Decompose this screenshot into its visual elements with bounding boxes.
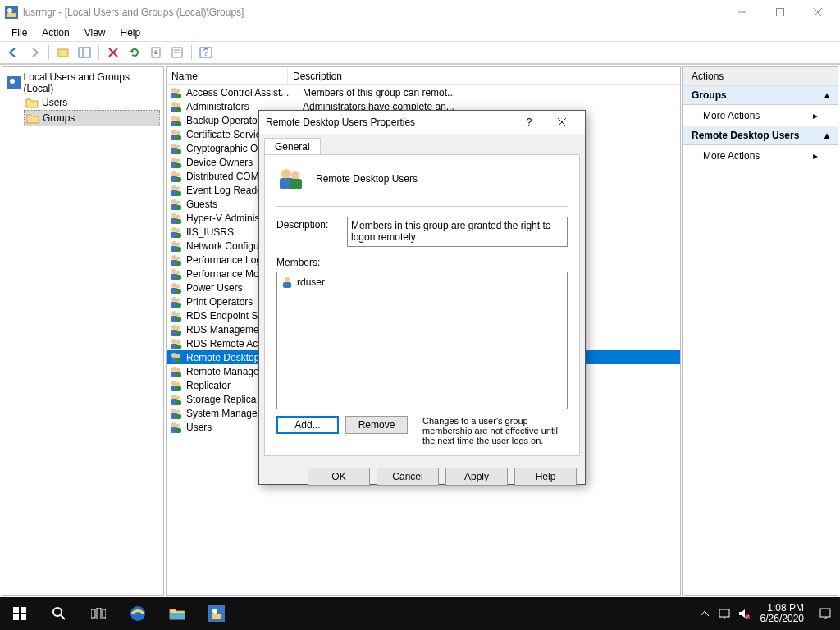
svg-rect-51	[176, 191, 181, 196]
svg-rect-75	[176, 275, 181, 280]
remove-button[interactable]: Remove	[345, 416, 408, 434]
svg-point-84	[171, 311, 176, 316]
member-item[interactable]: rduser	[281, 276, 564, 289]
svg-rect-79	[176, 289, 181, 294]
group-icon	[276, 165, 304, 193]
refresh-button[interactable]	[125, 43, 144, 62]
back-button[interactable]	[3, 43, 23, 62]
apply-button[interactable]: Apply	[445, 468, 508, 486]
svg-point-94	[176, 340, 180, 344]
svg-line-133	[61, 615, 65, 619]
svg-rect-39	[176, 149, 181, 154]
svg-point-114	[176, 409, 180, 413]
taskbar-ie[interactable]	[118, 597, 158, 630]
tab-page-general: Remote Desktop Users Description: Member…	[264, 154, 580, 456]
dialog-help-btn[interactable]: Help	[514, 468, 577, 486]
dialog-close-button[interactable]	[546, 111, 578, 134]
cancel-button[interactable]: Cancel	[377, 468, 439, 486]
svg-rect-129	[21, 607, 26, 613]
svg-rect-136	[103, 609, 106, 618]
up-button[interactable]	[53, 43, 73, 62]
svg-rect-127	[283, 282, 291, 288]
svg-rect-8	[79, 48, 90, 57]
forward-button[interactable]	[25, 43, 44, 62]
group-icon	[169, 86, 182, 99]
chevron-right-icon: ▸	[813, 110, 818, 121]
members-listbox[interactable]: rduser	[276, 272, 568, 409]
svg-rect-47	[176, 177, 181, 182]
group-icon	[169, 407, 182, 420]
close-button[interactable]	[799, 0, 837, 25]
menu-file[interactable]: File	[5, 25, 34, 40]
group-icon	[169, 142, 182, 155]
group-icon	[169, 337, 182, 350]
group-icon	[169, 295, 182, 308]
svg-point-38	[176, 144, 180, 148]
folder-icon	[26, 112, 39, 125]
group-icon	[169, 100, 182, 113]
svg-point-82	[176, 298, 180, 302]
tab-general[interactable]: General	[264, 138, 321, 155]
collapse-icon: ▴	[824, 130, 829, 141]
search-button[interactable]	[39, 597, 79, 630]
dialog-help-button[interactable]: ?	[513, 111, 546, 134]
actions-more-2[interactable]: More Actions ▸	[683, 145, 838, 167]
tree-root[interactable]: Local Users and Groups (Local)	[6, 71, 160, 95]
group-icon	[169, 309, 182, 322]
group-icon	[169, 156, 182, 169]
svg-point-98	[176, 354, 180, 358]
tree-pane: Local Users and Groups (Local) Users Gro…	[2, 66, 164, 596]
svg-point-56	[171, 213, 176, 218]
svg-rect-128	[13, 607, 19, 613]
tray-overflow[interactable]	[695, 597, 714, 630]
svg-rect-2	[7, 13, 16, 17]
app-icon	[5, 6, 18, 19]
show-hide-tree-button[interactable]	[75, 43, 94, 62]
svg-point-52	[171, 199, 176, 204]
col-desc[interactable]: Description	[288, 67, 680, 84]
tree-users-label: Users	[42, 97, 67, 108]
clock-date: 6/26/2020	[760, 614, 804, 624]
col-name[interactable]: Name	[167, 67, 288, 84]
menu-action[interactable]: Action	[35, 25, 75, 40]
taskbar-explorer[interactable]	[158, 597, 197, 630]
tray-volume-icon[interactable]	[734, 597, 754, 630]
tray-network-icon[interactable]	[714, 597, 734, 630]
taskbar-clock[interactable]: 1:08 PM 6/26/2020	[754, 603, 810, 624]
group-icon	[169, 114, 182, 127]
tree-root-label: Local Users and Groups (Local)	[24, 71, 158, 94]
export-list-button[interactable]	[146, 43, 166, 62]
collapse-icon: ▴	[824, 89, 829, 101]
minimize-button[interactable]	[724, 0, 761, 25]
help-button[interactable]: ?	[196, 43, 216, 62]
svg-point-112	[171, 409, 176, 413]
svg-point-124	[291, 171, 299, 180]
menu-help[interactable]: Help	[114, 25, 148, 40]
svg-point-32	[171, 130, 176, 135]
menu-view[interactable]: View	[78, 25, 112, 40]
mmc-icon	[7, 76, 21, 89]
group-icon	[169, 184, 182, 197]
svg-point-46	[176, 172, 180, 176]
actions-group-rdu[interactable]: Remote Desktop Users ▴	[683, 126, 838, 145]
taskbar-lusrmgr[interactable]	[197, 597, 236, 630]
svg-rect-99	[176, 358, 181, 363]
delete-button[interactable]	[103, 43, 123, 62]
actions-more-1[interactable]: More Actions ▸	[683, 105, 838, 126]
properties-button[interactable]	[167, 43, 187, 62]
description-input[interactable]: Members in this group are granted the ri…	[347, 217, 568, 247]
taskview-button[interactable]	[79, 597, 118, 630]
tree-users[interactable]: Users	[24, 95, 160, 110]
svg-rect-95	[176, 345, 181, 349]
tree-groups[interactable]: Groups	[24, 110, 160, 126]
list-row[interactable]: Access Control Assist...Members of this …	[167, 85, 680, 99]
group-icon	[169, 253, 182, 267]
add-button[interactable]: Add...	[276, 416, 339, 434]
start-button[interactable]	[0, 597, 39, 630]
actions-group-groups[interactable]: Groups ▴	[683, 86, 838, 105]
ok-button[interactable]: OK	[308, 468, 370, 486]
svg-point-68	[171, 255, 176, 260]
maximize-button[interactable]	[761, 0, 799, 25]
notifications-button[interactable]	[810, 597, 840, 630]
membership-note: Changes to a user's group membership are…	[422, 416, 568, 445]
